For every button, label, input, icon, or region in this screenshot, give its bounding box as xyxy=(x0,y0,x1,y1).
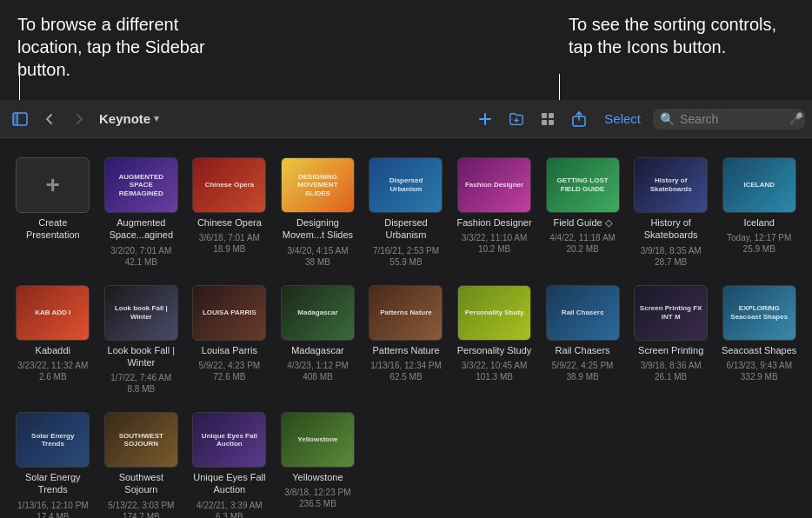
file-item-augmented[interactable]: AUGMENTED SPACE REIMAGINEDAugmented Spac… xyxy=(99,152,184,273)
file-thumb-augmented: AUGMENTED SPACE REIMAGINED xyxy=(104,157,178,213)
file-grid: +Create PresentationAUGMENTED SPACE REIM… xyxy=(10,152,802,518)
file-meta-solar: 1/13/16, 12:10 PM17.4 MB xyxy=(17,500,89,518)
icons-button[interactable] xyxy=(535,108,561,130)
new-folder-button[interactable] xyxy=(503,108,529,130)
file-thumb-designing: DESIGNING MOVEMENT SLIDES xyxy=(281,157,355,213)
file-meta-seacoast: 6/13/23, 9:43 AM332.9 MB xyxy=(726,360,792,382)
file-meta-dispersed: 7/16/21, 2:53 PM55.9 MB xyxy=(373,245,439,268)
share-button[interactable] xyxy=(566,108,592,130)
file-thumb-fashion: Fashion Designer xyxy=(457,157,531,213)
file-item-madagascar[interactable]: MadagascarMadagascar4/3/23, 1:12 PM408 M… xyxy=(276,280,361,401)
forward-button[interactable] xyxy=(66,108,92,130)
file-name-unique: Unique Eyes Fall Auction xyxy=(190,471,269,496)
file-name-southwest: Southwest Sojourn xyxy=(103,471,181,496)
file-item-chinese-opera[interactable]: Chinese OperaChinese Opera3/6/18, 7:01 A… xyxy=(187,152,272,273)
sidebar-toggle-button[interactable] xyxy=(7,108,33,130)
file-item-field-guide[interactable]: GETTING LOST FIELD GUIDEField Guide ◇4/4… xyxy=(540,152,625,273)
file-item-louisa[interactable]: LOUISA PARRISLouisa Parris5/9/22, 4:23 P… xyxy=(187,280,272,401)
file-item-lookbook[interactable]: Look book Fall | WinterLook book Fall | … xyxy=(99,280,184,401)
breadcrumb-label: Keynote xyxy=(99,111,150,126)
thumb-text-patterns: Patterns Nature xyxy=(376,305,436,321)
file-name-create: Create Presentation xyxy=(14,216,92,242)
file-item-personality[interactable]: Personality StudyPersonality Study3/3/22… xyxy=(452,280,537,401)
file-meta-history-skate: 3/9/18, 8:35 AM28.7 MB xyxy=(641,245,702,268)
search-icon: 🔍 xyxy=(660,112,675,126)
file-name-madagascar: Madagascar xyxy=(291,344,344,356)
file-name-personality: Personality Study xyxy=(457,344,532,356)
file-name-designing: Designing Movem...t Slides xyxy=(279,216,357,242)
add-button[interactable] xyxy=(472,108,498,130)
thumb-text-chinese-opera: Chinese Opera xyxy=(202,177,257,193)
thumb-text-unique: Unique Eyes Fall Auction xyxy=(193,428,265,452)
file-item-kabaddi[interactable]: KAB ADD IKabaddi3/23/22, 11:32 AM2.6 MB xyxy=(10,280,96,401)
file-thumb-southwest: SOUTHWEST SOJOURN xyxy=(104,412,178,468)
file-name-yellowstone: Yellowstone xyxy=(292,471,343,483)
back-button[interactable] xyxy=(37,108,63,130)
file-item-history-skate[interactable]: History of SkateboardsHistory of Skatebo… xyxy=(629,152,714,273)
file-meta-fashion: 3/3/22, 11:10 AM10.2 MB xyxy=(462,232,528,255)
select-button[interactable]: Select xyxy=(597,108,648,130)
file-name-dispersed: Dispersed Urbanism xyxy=(367,216,445,242)
annotation-area: To browse a different location, tap the … xyxy=(0,0,812,100)
file-meta-kabaddi: 3/23/22, 11:32 AM2.6 MB xyxy=(17,360,88,382)
file-thumb-dispersed: Dispersed Urbanism xyxy=(369,157,443,213)
thumb-text-louisa: LOUISA PARRIS xyxy=(199,305,260,321)
thumb-text-madagascar: Madagascar xyxy=(294,305,341,321)
file-item-unique[interactable]: Unique Eyes Fall AuctionUnique Eyes Fall… xyxy=(187,407,272,518)
file-thumb-kabaddi: KAB ADD I xyxy=(16,285,90,341)
file-meta-rail: 5/9/22, 4:25 PM38.9 MB xyxy=(552,360,614,382)
thumb-text-kabaddi: KAB ADD I xyxy=(31,305,74,321)
file-item-seacoast[interactable]: EXPLORING Seacoast ShapesSeacoast Shapes… xyxy=(716,280,802,401)
breadcrumb-keynote[interactable]: Keynote ▾ xyxy=(99,111,159,126)
file-thumb-madagascar: Madagascar xyxy=(281,285,355,341)
svg-rect-7 xyxy=(542,113,547,118)
file-grid-container: +Create PresentationAUGMENTED SPACE REIM… xyxy=(0,138,812,518)
file-item-create[interactable]: +Create Presentation xyxy=(10,152,96,273)
thumb-text-seacoast: EXPLORING Seacoast Shapes xyxy=(723,301,795,324)
file-meta-unique: 4/22/21, 3:39 AM6.3 MB xyxy=(196,500,263,518)
file-meta-yellowstone: 3/8/18, 12:23 PM236.5 MB xyxy=(284,487,350,509)
annotation-left: To browse a different location, tap the … xyxy=(17,9,209,81)
file-name-fashion: Fashion Designer xyxy=(456,216,531,229)
file-thumb-iceland: ICELAND xyxy=(722,157,796,213)
thumb-text-southwest: SOUTHWEST SOJOURN xyxy=(105,428,177,452)
toolbar: Keynote ▾ xyxy=(0,100,812,138)
file-name-solar: Solar Energy Trends xyxy=(14,471,92,496)
file-thumb-screen: Screen Printing FX INT M xyxy=(634,285,708,341)
file-thumb-rail: Rail Chasers xyxy=(546,285,620,341)
file-thumb-history-skate: History of Skateboards xyxy=(634,157,708,213)
chevron-down-icon: ▾ xyxy=(154,113,159,124)
file-item-yellowstone[interactable]: YellowstoneYellowstone3/8/18, 12:23 PM23… xyxy=(276,407,361,518)
file-item-iceland[interactable]: ICELANDIcelandToday, 12:17 PM25.9 MB xyxy=(716,152,802,273)
svg-rect-9 xyxy=(542,120,547,125)
file-item-solar[interactable]: Solar Energy TrendsSolar Energy Trends1/… xyxy=(10,407,96,518)
file-item-designing[interactable]: DESIGNING MOVEMENT SLIDESDesigning Movem… xyxy=(276,152,361,273)
file-meta-iceland: Today, 12:17 PM25.9 MB xyxy=(727,232,791,255)
file-item-screen[interactable]: Screen Printing FX INT MScreen Printing3… xyxy=(629,280,714,401)
search-input[interactable] xyxy=(680,112,784,126)
file-meta-southwest: 5/13/22, 3:03 PM174.7 MB xyxy=(108,500,174,518)
breadcrumb: Keynote ▾ xyxy=(99,111,159,126)
file-meta-augmented: 3/2/20, 7:01 AM42.1 MB xyxy=(110,245,171,268)
thumb-text-rail: Rail Chasers xyxy=(558,305,607,321)
file-item-southwest[interactable]: SOUTHWEST SOJOURNSouthwest Sojourn5/13/2… xyxy=(99,407,184,518)
file-name-rail: Rail Chasers xyxy=(556,344,610,356)
file-thumb-personality: Personality Study xyxy=(457,285,531,341)
file-item-patterns[interactable]: Patterns NaturePatterns Nature1/13/16, 1… xyxy=(363,280,449,401)
thumb-text-solar: Solar Energy Trends xyxy=(17,428,89,452)
file-meta-personality: 3/3/22, 10:45 AM101.3 MB xyxy=(462,360,528,382)
thumb-text-screen: Screen Printing FX INT M xyxy=(635,301,707,324)
file-meta-patterns: 1/13/16, 12:34 PM62.5 MB xyxy=(370,360,442,382)
thumb-text-designing: DESIGNING MOVEMENT SLIDES xyxy=(282,169,354,202)
file-item-dispersed[interactable]: Dispersed UrbanismDispersed Urbanism7/16… xyxy=(363,152,449,273)
file-item-rail[interactable]: Rail ChasersRail Chasers5/9/22, 4:25 PM3… xyxy=(540,280,625,401)
thumb-text-fashion: Fashion Designer xyxy=(462,177,527,193)
file-name-chinese-opera: Chinese Opera xyxy=(197,216,262,229)
file-item-fashion[interactable]: Fashion DesignerFashion Designer3/3/22, … xyxy=(452,152,537,273)
file-thumb-chinese-opera: Chinese Opera xyxy=(192,157,266,213)
svg-rect-10 xyxy=(549,120,554,125)
file-name-screen: Screen Printing xyxy=(638,344,703,356)
microphone-icon[interactable]: 🎤 xyxy=(789,112,803,125)
file-thumb-field-guide: GETTING LOST FIELD GUIDE xyxy=(546,157,620,213)
thumb-text-iceland: ICELAND xyxy=(740,177,778,193)
